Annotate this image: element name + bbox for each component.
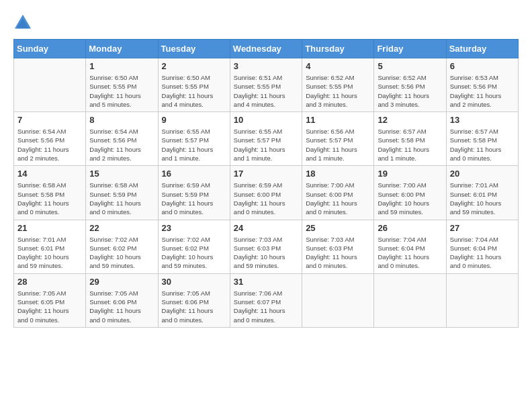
day-number: 6: [450, 61, 515, 71]
calendar-week-row: 1Sunrise: 6:50 AMSunset: 5:55 PMDaylight…: [14, 58, 519, 112]
calendar-cell: 7Sunrise: 6:54 AMSunset: 5:56 PMDaylight…: [14, 112, 86, 166]
day-info: Sunrise: 6:59 AMSunset: 5:59 PMDaylight:…: [162, 181, 226, 216]
day-number: 11: [306, 115, 370, 125]
calendar-cell: 3Sunrise: 6:51 AMSunset: 5:55 PMDaylight…: [230, 58, 302, 112]
day-info: Sunrise: 7:05 AMSunset: 6:06 PMDaylight:…: [162, 289, 226, 324]
day-info: Sunrise: 6:54 AMSunset: 5:56 PMDaylight:…: [17, 127, 82, 163]
day-info: Sunrise: 6:50 AMSunset: 5:55 PMDaylight:…: [162, 73, 226, 109]
day-number: 30: [162, 277, 226, 287]
day-info: Sunrise: 6:51 AMSunset: 5:55 PMDaylight:…: [234, 73, 298, 109]
calendar-table: SundayMondayTuesdayWednesdayThursdayFrid…: [13, 39, 519, 328]
calendar-cell: 6Sunrise: 6:53 AMSunset: 5:56 PMDaylight…: [446, 58, 518, 112]
calendar-cell: 12Sunrise: 6:57 AMSunset: 5:58 PMDayligh…: [374, 112, 446, 166]
calendar-cell: 2Sunrise: 6:50 AMSunset: 5:55 PMDaylight…: [158, 58, 230, 112]
calendar-cell: 11Sunrise: 6:56 AMSunset: 5:57 PMDayligh…: [302, 112, 374, 166]
day-info: Sunrise: 7:02 AMSunset: 6:02 PMDaylight:…: [162, 235, 226, 271]
calendar-week-row: 21Sunrise: 7:01 AMSunset: 6:01 PMDayligh…: [14, 220, 519, 273]
day-info: Sunrise: 7:06 AMSunset: 6:07 PMDaylight:…: [234, 289, 298, 324]
day-info: Sunrise: 6:55 AMSunset: 5:57 PMDaylight:…: [162, 127, 226, 163]
header-day-tuesday: Tuesday: [158, 40, 230, 58]
calendar-cell: 25Sunrise: 7:03 AMSunset: 6:03 PMDayligh…: [302, 220, 374, 273]
day-info: Sunrise: 6:59 AMSunset: 6:00 PMDaylight:…: [234, 181, 298, 216]
day-info: Sunrise: 7:03 AMSunset: 6:03 PMDaylight:…: [234, 235, 298, 271]
day-info: Sunrise: 6:52 AMSunset: 5:55 PMDaylight:…: [306, 73, 370, 109]
day-info: Sunrise: 6:58 AMSunset: 5:58 PMDaylight:…: [17, 181, 82, 216]
day-number: 22: [89, 223, 154, 233]
calendar-cell: 14Sunrise: 6:58 AMSunset: 5:58 PMDayligh…: [14, 166, 86, 220]
calendar-week-row: 28Sunrise: 7:05 AMSunset: 6:05 PMDayligh…: [14, 273, 519, 327]
day-info: Sunrise: 6:57 AMSunset: 5:58 PMDaylight:…: [450, 127, 515, 163]
calendar-cell: 8Sunrise: 6:54 AMSunset: 5:56 PMDaylight…: [86, 112, 158, 166]
header-day-sunday: Sunday: [14, 40, 86, 58]
day-number: 10: [234, 115, 298, 125]
calendar-header-row: SundayMondayTuesdayWednesdayThursdayFrid…: [14, 40, 519, 58]
calendar-cell: 18Sunrise: 7:00 AMSunset: 6:00 PMDayligh…: [302, 166, 374, 220]
day-number: 5: [378, 61, 442, 71]
day-number: 8: [89, 115, 154, 125]
day-number: 20: [450, 169, 515, 179]
day-info: Sunrise: 6:53 AMSunset: 5:56 PMDaylight:…: [450, 73, 515, 109]
calendar-cell: [14, 58, 86, 112]
logo: [13, 13, 34, 32]
day-number: 14: [17, 169, 82, 179]
page-header: [13, 13, 519, 32]
calendar-cell: 23Sunrise: 7:02 AMSunset: 6:02 PMDayligh…: [158, 220, 230, 273]
logo-icon: [13, 13, 32, 32]
day-number: 17: [234, 169, 298, 179]
day-number: 31: [234, 277, 298, 287]
calendar-cell: 26Sunrise: 7:04 AMSunset: 6:04 PMDayligh…: [374, 220, 446, 273]
day-number: 23: [162, 223, 226, 233]
day-number: 26: [378, 223, 442, 233]
calendar-cell: 10Sunrise: 6:55 AMSunset: 5:57 PMDayligh…: [230, 112, 302, 166]
day-number: 21: [17, 223, 82, 233]
calendar-cell: [302, 273, 374, 327]
calendar-cell: 9Sunrise: 6:55 AMSunset: 5:57 PMDaylight…: [158, 112, 230, 166]
day-info: Sunrise: 6:54 AMSunset: 5:56 PMDaylight:…: [89, 127, 154, 163]
day-info: Sunrise: 7:04 AMSunset: 6:04 PMDaylight:…: [450, 235, 515, 271]
day-number: 13: [450, 115, 515, 125]
header-day-wednesday: Wednesday: [230, 40, 302, 58]
day-info: Sunrise: 6:56 AMSunset: 5:57 PMDaylight:…: [306, 127, 370, 163]
calendar-cell: [374, 273, 446, 327]
calendar-cell: 15Sunrise: 6:58 AMSunset: 5:59 PMDayligh…: [86, 166, 158, 220]
header-day-thursday: Thursday: [302, 40, 374, 58]
calendar-cell: [446, 273, 518, 327]
day-number: 2: [162, 61, 226, 71]
day-info: Sunrise: 6:52 AMSunset: 5:56 PMDaylight:…: [378, 73, 442, 109]
day-number: 7: [17, 115, 82, 125]
day-number: 3: [234, 61, 298, 71]
day-number: 24: [234, 223, 298, 233]
day-info: Sunrise: 7:01 AMSunset: 6:01 PMDaylight:…: [17, 235, 82, 271]
day-info: Sunrise: 7:04 AMSunset: 6:04 PMDaylight:…: [378, 235, 442, 271]
calendar-week-row: 14Sunrise: 6:58 AMSunset: 5:58 PMDayligh…: [14, 166, 519, 220]
day-info: Sunrise: 6:50 AMSunset: 5:55 PMDaylight:…: [89, 73, 154, 109]
header-day-friday: Friday: [374, 40, 446, 58]
day-info: Sunrise: 7:05 AMSunset: 6:05 PMDaylight:…: [17, 289, 82, 324]
day-number: 4: [306, 61, 370, 71]
day-number: 27: [450, 223, 515, 233]
header-day-saturday: Saturday: [446, 40, 518, 58]
calendar-cell: 19Sunrise: 7:00 AMSunset: 6:00 PMDayligh…: [374, 166, 446, 220]
calendar-cell: 24Sunrise: 7:03 AMSunset: 6:03 PMDayligh…: [230, 220, 302, 273]
day-number: 29: [89, 277, 154, 287]
day-info: Sunrise: 7:00 AMSunset: 6:00 PMDaylight:…: [378, 181, 442, 216]
day-number: 15: [89, 169, 154, 179]
day-number: 9: [162, 115, 226, 125]
calendar-cell: 4Sunrise: 6:52 AMSunset: 5:55 PMDaylight…: [302, 58, 374, 112]
calendar-cell: 21Sunrise: 7:01 AMSunset: 6:01 PMDayligh…: [14, 220, 86, 273]
day-number: 28: [17, 277, 82, 287]
calendar-cell: 16Sunrise: 6:59 AMSunset: 5:59 PMDayligh…: [158, 166, 230, 220]
day-number: 19: [378, 169, 442, 179]
calendar-cell: 29Sunrise: 7:05 AMSunset: 6:06 PMDayligh…: [86, 273, 158, 327]
calendar-cell: 13Sunrise: 6:57 AMSunset: 5:58 PMDayligh…: [446, 112, 518, 166]
day-info: Sunrise: 7:02 AMSunset: 6:02 PMDaylight:…: [89, 235, 154, 271]
day-info: Sunrise: 7:05 AMSunset: 6:06 PMDaylight:…: [89, 289, 154, 324]
calendar-cell: 31Sunrise: 7:06 AMSunset: 6:07 PMDayligh…: [230, 273, 302, 327]
day-info: Sunrise: 7:00 AMSunset: 6:00 PMDaylight:…: [306, 181, 370, 216]
header-day-monday: Monday: [86, 40, 158, 58]
calendar-cell: 27Sunrise: 7:04 AMSunset: 6:04 PMDayligh…: [446, 220, 518, 273]
day-info: Sunrise: 7:03 AMSunset: 6:03 PMDaylight:…: [306, 235, 370, 271]
day-info: Sunrise: 6:55 AMSunset: 5:57 PMDaylight:…: [234, 127, 298, 163]
day-number: 12: [378, 115, 442, 125]
calendar-cell: 22Sunrise: 7:02 AMSunset: 6:02 PMDayligh…: [86, 220, 158, 273]
